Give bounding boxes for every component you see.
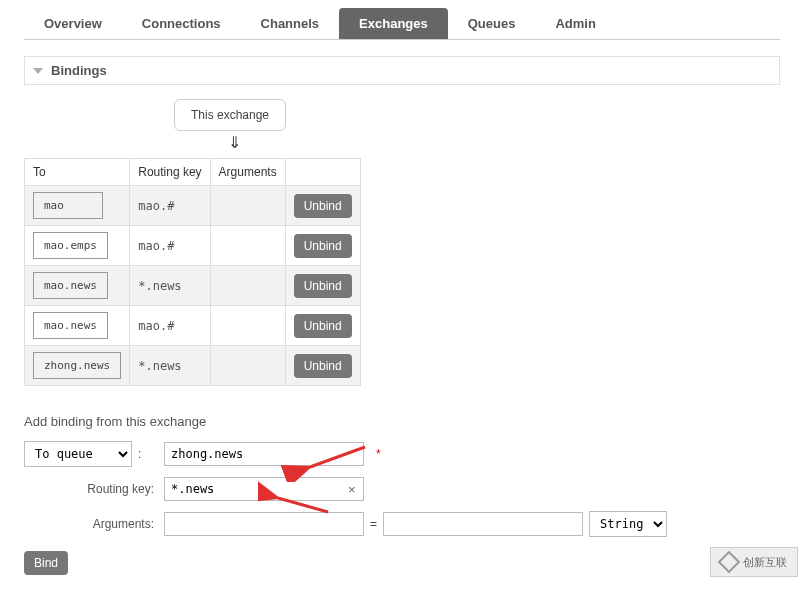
argument-type-select[interactable]: String	[589, 511, 667, 537]
to-queue-select[interactable]: To queue	[24, 441, 132, 467]
bindings-title: Bindings	[51, 63, 107, 78]
unbind-button[interactable]: Unbind	[294, 274, 352, 298]
routing-key-cell: mao.#	[130, 186, 210, 226]
bindings-table: To Routing key Arguments maomao.#Unbindm…	[24, 158, 361, 386]
arguments-label: Arguments:	[24, 517, 164, 531]
routing-key-cell: mao.#	[130, 226, 210, 266]
routing-key-cell: *.news	[130, 266, 210, 306]
tab-connections[interactable]: Connections	[122, 8, 241, 39]
routing-key-input[interactable]	[164, 477, 364, 501]
watermark: 创新互联	[710, 547, 798, 577]
arguments-cell	[210, 346, 285, 386]
arrow-down-icon: ⇓	[228, 133, 780, 152]
tab-exchanges[interactable]: Exchanges	[339, 8, 448, 39]
equals-sep: =	[370, 517, 377, 531]
bind-button[interactable]: Bind	[24, 551, 68, 575]
tab-queues[interactable]: Queues	[448, 8, 536, 39]
add-binding-heading: Add binding from this exchange	[24, 414, 780, 429]
clear-input-icon[interactable]: ×	[348, 482, 356, 497]
col-action	[285, 159, 360, 186]
queue-link[interactable]: mao	[33, 192, 103, 219]
queue-link[interactable]: mao.news	[33, 312, 108, 339]
this-exchange-box: This exchange	[174, 99, 286, 131]
tab-admin[interactable]: Admin	[535, 8, 615, 39]
arguments-cell	[210, 186, 285, 226]
table-row: mao.empsmao.#Unbind	[25, 226, 361, 266]
col-to: To	[25, 159, 130, 186]
unbind-button[interactable]: Unbind	[294, 234, 352, 258]
unbind-button[interactable]: Unbind	[294, 314, 352, 338]
routing-key-cell: *.news	[130, 346, 210, 386]
required-marker: *	[376, 447, 381, 461]
add-binding-form: To queue : * Routing key: × Arguments: =…	[24, 441, 780, 537]
queue-link[interactable]: zhong.news	[33, 352, 121, 379]
watermark-icon	[718, 551, 741, 574]
watermark-text: 创新互联	[743, 555, 787, 570]
routing-key-cell: mao.#	[130, 306, 210, 346]
tab-overview[interactable]: Overview	[24, 8, 122, 39]
routing-key-label: Routing key:	[24, 482, 164, 496]
col-arguments: Arguments	[210, 159, 285, 186]
argument-value-input[interactable]	[383, 512, 583, 536]
tab-channels[interactable]: Channels	[241, 8, 340, 39]
table-row: maomao.#Unbind	[25, 186, 361, 226]
queue-link[interactable]: mao.emps	[33, 232, 108, 259]
argument-key-input[interactable]	[164, 512, 364, 536]
arguments-cell	[210, 266, 285, 306]
col-routing-key: Routing key	[130, 159, 210, 186]
queue-link[interactable]: mao.news	[33, 272, 108, 299]
arguments-cell	[210, 226, 285, 266]
table-row: zhong.news*.newsUnbind	[25, 346, 361, 386]
arguments-cell	[210, 306, 285, 346]
unbind-button[interactable]: Unbind	[294, 194, 352, 218]
chevron-down-icon	[33, 68, 43, 74]
unbind-button[interactable]: Unbind	[294, 354, 352, 378]
table-row: mao.newsmao.#Unbind	[25, 306, 361, 346]
colon-sep: :	[138, 447, 141, 461]
table-row: mao.news*.newsUnbind	[25, 266, 361, 306]
main-tabs: Overview Connections Channels Exchanges …	[24, 8, 780, 40]
bindings-section-toggle[interactable]: Bindings	[24, 56, 780, 85]
queue-name-input[interactable]	[164, 442, 364, 466]
